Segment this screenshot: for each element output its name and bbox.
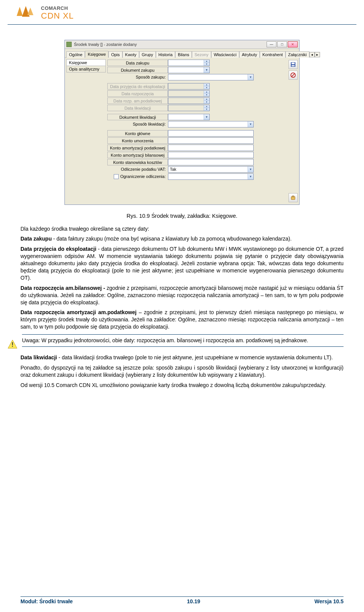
tab-kontrahent[interactable]: Kontrahent xyxy=(260,51,286,58)
tab-scroll-right[interactable]: ► xyxy=(315,52,320,57)
tab-ksiegowe[interactable]: Księgowe xyxy=(85,51,108,58)
window-buttons: — □ ✕ xyxy=(267,41,298,47)
input-data-przyjecia: ▲▼ xyxy=(168,83,210,90)
svg-rect-1 xyxy=(292,63,295,64)
brand-cdn: CDN XL xyxy=(41,11,74,21)
brand-comarch: COMARCH xyxy=(41,5,74,11)
tab-bilans[interactable]: Bilans xyxy=(175,51,192,58)
logo-text: COMARCH CDN XL xyxy=(41,5,74,21)
left-nav: Księgowe Opis analityczny xyxy=(66,59,106,203)
input-konto-am-bil[interactable] xyxy=(168,152,254,158)
tab-kwoty[interactable]: Kwoty xyxy=(122,51,139,58)
tab-grupy[interactable]: Grupy xyxy=(139,51,156,58)
para-data-przyjecia: Data przyjęcia do eksploatacji - data pi… xyxy=(20,245,344,281)
chevron-down-icon[interactable]: ▼ xyxy=(248,121,253,127)
comarch-logo xyxy=(15,4,36,22)
btn-data-rozp-pod: Data rozp. am.podatkowej xyxy=(107,98,168,104)
input-konto-stan[interactable] xyxy=(168,159,254,165)
titlebar: Środek trwały [] - zostanie dodany — □ ✕ xyxy=(65,40,299,49)
figure-caption: Rys. 10.9 Środek trwały, zakładka: Księg… xyxy=(20,212,344,220)
tab-scroll: ◄ ► xyxy=(309,52,320,57)
input-data-rozp-pod: ▲▼ xyxy=(168,98,210,104)
window-icon xyxy=(66,42,72,47)
select-sposob-likwidacji[interactable]: ▼ xyxy=(168,121,254,127)
btn-data-przyjecia: Data przyjęcia do eksploatacji xyxy=(107,83,168,90)
close-button[interactable]: ✕ xyxy=(288,41,298,47)
para-data-likw: Data likwidacji - data likwidacji środka… xyxy=(20,354,344,361)
bold-data-przyj: Data przyjęcia do eksploatacji xyxy=(20,246,96,252)
page-header: COMARCH CDN XL xyxy=(8,0,356,25)
label-sposob-zakupu: Sposób zakupu: xyxy=(107,74,168,80)
bold-data-likw: Data likwidacji xyxy=(20,354,57,360)
text-data-zakupu: - data faktury zakupu (może ona być wpis… xyxy=(52,236,292,242)
note-block: ! Uwaga: W przypadku jednotorowości, obi… xyxy=(7,334,344,350)
form-area: Data zakupu ▲▼ Dokument zakupu ▼ Sposób … xyxy=(107,59,286,203)
chevron-down-icon[interactable]: ▼ xyxy=(248,167,253,172)
para-data-rozp-pod: Data rozpoczęcia amortyzacji am.podatkow… xyxy=(20,309,344,330)
bold-data-zakupu: Data zakupu xyxy=(20,236,52,242)
input-konto-am-pod[interactable] xyxy=(168,145,254,151)
input-data-likwidacji: ▲▼ xyxy=(168,105,210,111)
svg-line-4 xyxy=(292,74,295,77)
tab-scroll-left[interactable]: ◄ xyxy=(309,52,315,57)
checkbox-ograniczenie[interactable] xyxy=(114,174,119,179)
tab-ogolne[interactable]: Ogólne xyxy=(66,51,85,58)
note-text: Uwaga: W przypadku jednotorowości, obie … xyxy=(22,334,344,347)
input-dokument-likwidacji[interactable]: ▼ xyxy=(168,114,210,120)
tab-sezony: Sezony xyxy=(192,51,211,58)
input-data-rozp-bil: ▲▼ xyxy=(168,90,210,97)
cancel-icon-button[interactable] xyxy=(289,71,298,80)
input-data-zakupu[interactable]: ▲▼ xyxy=(168,60,210,66)
document-body: Rys. 10.9 Środek trwały, zakładka: Księg… xyxy=(20,212,344,389)
label-odliczenie-vat: Odliczenie podatku VAT: xyxy=(107,167,168,172)
tab-wlasciwosci[interactable]: Właściwości xyxy=(211,51,239,58)
chevron-down-icon[interactable]: ▼ xyxy=(204,67,209,73)
tab-atrybuty[interactable]: Atrybuty xyxy=(239,51,260,58)
btn-dokument-zakupu[interactable]: Dokument zakupu xyxy=(107,67,168,73)
btn-konto-am-bil[interactable]: Konto amortyzacji bilansowej xyxy=(107,152,168,158)
window-title: Środek trwały [] - zostanie dodany xyxy=(74,42,264,47)
select-sposob-zakupu[interactable]: ▼ xyxy=(168,74,254,80)
save-icon-button[interactable] xyxy=(289,60,298,69)
minimize-button[interactable]: — xyxy=(267,41,276,47)
btn-data-zakupu[interactable]: Data zakupu xyxy=(107,60,168,66)
select-ograniczenie[interactable]: ▼ xyxy=(168,173,254,180)
odliczenie-vat-value: Tak xyxy=(168,167,176,171)
chevron-down-icon[interactable]: ▼ xyxy=(248,174,253,179)
tab-historia[interactable]: Historia xyxy=(156,51,175,58)
input-konto-glowne[interactable] xyxy=(168,130,254,137)
page-footer: Moduł: Środki trwałe 10.19 Wersja 10.5 xyxy=(20,596,344,604)
btn-konto-am-pod[interactable]: Konto amortyzacji podatkowej xyxy=(107,145,168,151)
bold-data-rozp-bil: Data rozpoczęcia am.bilansowej - xyxy=(20,285,105,291)
ograniczenie-text: Ograniczenie odliczenia: xyxy=(120,174,166,179)
tab-bar: Ogólne Księgowe Opis Kwoty Grupy Histori… xyxy=(65,49,299,58)
btn-dokument-likwidacji[interactable]: Dokument likwidacji xyxy=(107,114,168,120)
para-intro: Dla każdego środka trwałego określane są… xyxy=(20,225,344,233)
input-konto-umorzenia[interactable] xyxy=(168,137,254,144)
input-dokument-zakupu[interactable]: ▼ xyxy=(168,67,210,73)
btn-konto-glowne[interactable]: Konto główne xyxy=(107,130,168,137)
btn-data-rozp-bil: Data rozpoczęcia am.bilansowej xyxy=(107,90,168,97)
btn-konto-umorzenia[interactable]: Konto umorzenia xyxy=(107,137,168,144)
svg-rect-2 xyxy=(292,65,295,66)
para-data-zakupu: Data zakupu - data faktury zakupu (może … xyxy=(20,235,344,242)
footer-right: Wersja 10.5 xyxy=(314,598,344,604)
label-sposob-likwidacji: Sposób likwidacji: xyxy=(107,121,168,127)
leftnav-ksiegowe[interactable]: Księgowe xyxy=(66,59,106,66)
select-odliczenie-vat[interactable]: Tak▼ xyxy=(168,166,254,173)
footer-page-number: 10.19 xyxy=(187,598,200,604)
tab-zalaczniki[interactable]: Załączniki xyxy=(286,51,309,58)
app-window: Środek trwały [] - zostanie dodany — □ ✕… xyxy=(64,40,300,205)
warning-icon: ! xyxy=(7,339,18,350)
attachment-icon-button[interactable] xyxy=(289,193,298,202)
para-data-rozp-bil: Data rozpoczęcia am.bilansowej - zgodnie… xyxy=(20,285,344,306)
svg-text:!: ! xyxy=(11,341,13,348)
maximize-button[interactable]: □ xyxy=(277,41,287,47)
chevron-down-icon[interactable]: ▼ xyxy=(204,114,209,120)
btn-konto-stan[interactable]: Konto stanowiska kosztów xyxy=(107,159,168,165)
chevron-down-icon[interactable]: ▼ xyxy=(248,74,253,80)
tab-opis[interactable]: Opis xyxy=(108,51,122,58)
leftnav-opis-analityczny[interactable]: Opis analityczny xyxy=(66,66,106,72)
bold-data-rozp-pod: Data rozpoczęcia amortyzacji am.podatkow… xyxy=(20,309,136,315)
btn-data-likwidacji: Data likwidacji xyxy=(107,105,168,111)
